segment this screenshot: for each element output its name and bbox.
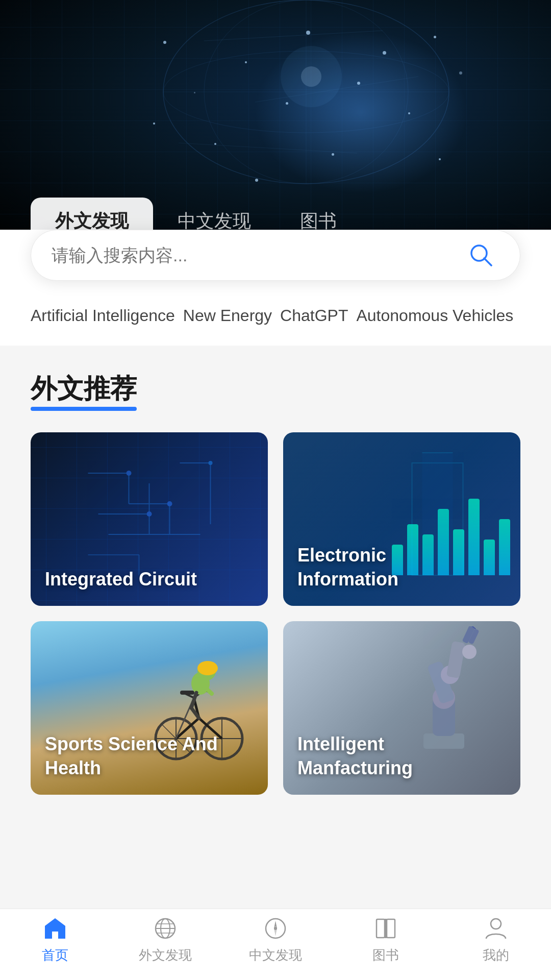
- svg-point-9: [301, 66, 321, 87]
- section-header: 外文推荐: [0, 346, 551, 422]
- card-intelligent-manufacturing-label: Intelligent Manfacturing: [297, 732, 413, 780]
- svg-rect-72: [387, 919, 395, 938]
- svg-line-11: [484, 258, 491, 265]
- nav-item-chinese-discover[interactable]: 中文发现: [235, 915, 316, 964]
- tag-chatgpt[interactable]: ChatGPT: [280, 306, 348, 325]
- card-integrated-circuit-label: Integrated Circuit: [45, 568, 197, 592]
- nav-label-foreign: 外文发现: [139, 946, 192, 964]
- compass-icon: [262, 915, 289, 942]
- svg-point-61: [462, 645, 477, 659]
- card-grid: Integrated Circuit Electronic Informatio…: [0, 422, 551, 805]
- tag-autonomous-vehicles[interactable]: Autonomous Vehicles: [356, 306, 513, 325]
- search-box: [31, 230, 520, 281]
- svg-line-5: [204, 31, 383, 41]
- svg-point-20: [167, 501, 172, 506]
- user-icon: [482, 915, 510, 942]
- svg-point-76: [491, 919, 501, 929]
- nav-label-home: 首页: [42, 946, 68, 964]
- nav-label-chinese: 中文发现: [249, 946, 302, 964]
- svg-point-48: [197, 661, 218, 675]
- tag-suggestions: Artificial Intelligence New Energy ChatG…: [0, 296, 551, 346]
- svg-line-7: [179, 143, 357, 153]
- card-electronic-information[interactable]: Electronic Information: [283, 432, 520, 606]
- search-button[interactable]: [463, 237, 499, 274]
- svg-point-24: [209, 461, 213, 465]
- search-input[interactable]: [52, 246, 463, 265]
- nav-item-library[interactable]: 图书: [345, 915, 427, 964]
- svg-point-21: [147, 511, 152, 517]
- globe-icon: [152, 915, 179, 942]
- card-sports-science-label: Sports Science And Health: [45, 732, 218, 780]
- home-icon: [41, 915, 69, 942]
- bottom-nav: 首页 外文发现 中文发现: [0, 909, 551, 980]
- tag-ai[interactable]: Artificial Intelligence: [31, 306, 175, 325]
- card-electronic-information-label: Electronic Information: [297, 544, 398, 592]
- svg-rect-57: [446, 641, 466, 678]
- nav-item-home[interactable]: 首页: [14, 915, 96, 964]
- nav-item-foreign-discover[interactable]: 外文发现: [124, 915, 206, 964]
- nav-item-profile[interactable]: 我的: [455, 915, 537, 964]
- svg-rect-28: [422, 453, 453, 575]
- tag-new-energy[interactable]: New Energy: [183, 306, 272, 325]
- card-integrated-circuit[interactable]: Integrated Circuit: [31, 432, 268, 606]
- svg-rect-45: [180, 691, 194, 695]
- section-title: 外文推荐: [31, 371, 137, 407]
- svg-point-70: [274, 927, 277, 930]
- svg-rect-71: [377, 919, 385, 938]
- svg-point-19: [127, 471, 132, 476]
- nav-label-library: 图书: [372, 946, 399, 964]
- book-icon: [372, 915, 399, 942]
- card-sports-science[interactable]: Sports Science And Health: [31, 621, 268, 795]
- nav-label-profile: 我的: [483, 946, 509, 964]
- hero-banner: 外文发现 中文发现 图书: [0, 0, 551, 245]
- search-area: [0, 230, 551, 296]
- card-intelligent-manufacturing[interactable]: Intelligent Manfacturing: [283, 621, 520, 795]
- search-icon: [467, 241, 495, 269]
